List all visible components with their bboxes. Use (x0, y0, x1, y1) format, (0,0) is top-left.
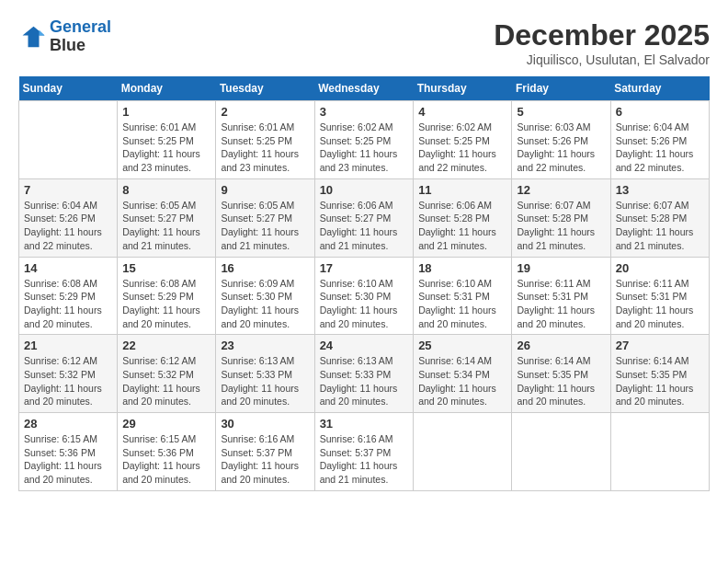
calendar-cell: 25Sunrise: 6:14 AMSunset: 5:34 PMDayligh… (414, 335, 512, 413)
day-number: 26 (517, 339, 605, 352)
calendar-cell: 31Sunrise: 6:16 AMSunset: 5:37 PMDayligh… (314, 413, 414, 491)
weekday-header-friday: Friday (512, 76, 610, 101)
day-info: Sunrise: 6:09 AMSunset: 5:30 PMDaylight:… (221, 277, 309, 331)
location: Jiquilisco, Usulutan, El Salvador (494, 52, 710, 67)
day-number: 20 (616, 261, 704, 275)
day-info: Sunrise: 6:14 AMSunset: 5:35 PMDaylight:… (616, 354, 704, 408)
day-info: Sunrise: 6:13 AMSunset: 5:33 PMDaylight:… (221, 354, 309, 408)
day-number: 16 (221, 261, 309, 275)
day-info: Sunrise: 6:14 AMSunset: 5:35 PMDaylight:… (517, 354, 605, 408)
calendar-cell: 7Sunrise: 6:04 AMSunset: 5:26 PMDaylight… (19, 178, 118, 257)
day-info: Sunrise: 6:02 AMSunset: 5:25 PMDaylight:… (418, 121, 506, 175)
calendar-cell: 30Sunrise: 6:16 AMSunset: 5:37 PMDayligh… (216, 413, 314, 491)
logo-text: GeneralBlue (50, 18, 111, 55)
day-number: 19 (517, 261, 605, 275)
month-title: December 2025 (494, 18, 710, 52)
day-number: 12 (517, 183, 605, 197)
day-info: Sunrise: 6:15 AMSunset: 5:36 PMDaylight:… (122, 432, 210, 487)
day-number: 13 (616, 183, 704, 197)
day-number: 21 (24, 339, 112, 352)
day-info: Sunrise: 6:14 AMSunset: 5:34 PMDaylight:… (418, 354, 506, 408)
day-number: 3 (320, 105, 409, 119)
day-info: Sunrise: 6:07 AMSunset: 5:28 PMDaylight:… (517, 199, 605, 253)
day-number: 8 (122, 183, 210, 197)
day-info: Sunrise: 6:08 AMSunset: 5:29 PMDaylight:… (24, 277, 112, 331)
day-info: Sunrise: 6:05 AMSunset: 5:27 PMDaylight:… (122, 199, 210, 253)
calendar-cell: 17Sunrise: 6:10 AMSunset: 5:30 PMDayligh… (314, 257, 414, 335)
day-number: 29 (122, 417, 210, 431)
calendar-week-3: 14Sunrise: 6:08 AMSunset: 5:29 PMDayligh… (19, 257, 710, 335)
calendar-cell: 8Sunrise: 6:05 AMSunset: 5:27 PMDaylight… (118, 178, 216, 257)
calendar-cell: 21Sunrise: 6:12 AMSunset: 5:32 PMDayligh… (19, 335, 118, 413)
day-number: 11 (418, 183, 506, 197)
calendar-cell: 13Sunrise: 6:07 AMSunset: 5:28 PMDayligh… (610, 178, 709, 257)
day-number: 5 (517, 105, 605, 119)
calendar-cell: 18Sunrise: 6:10 AMSunset: 5:31 PMDayligh… (414, 257, 512, 335)
page-header: GeneralBlue December 2025 Jiquilisco, Us… (18, 18, 710, 67)
calendar-body: 1Sunrise: 6:01 AMSunset: 5:25 PMDaylight… (19, 101, 710, 491)
calendar-cell (512, 413, 610, 491)
calendar-cell: 3Sunrise: 6:02 AMSunset: 5:25 PMDaylight… (314, 101, 414, 179)
calendar-week-2: 7Sunrise: 6:04 AMSunset: 5:26 PMDaylight… (19, 178, 710, 257)
day-info: Sunrise: 6:04 AMSunset: 5:26 PMDaylight:… (24, 199, 112, 253)
day-number: 2 (221, 105, 309, 119)
calendar-cell: 11Sunrise: 6:06 AMSunset: 5:28 PMDayligh… (414, 178, 512, 257)
calendar-cell: 14Sunrise: 6:08 AMSunset: 5:29 PMDayligh… (19, 257, 118, 335)
calendar-week-1: 1Sunrise: 6:01 AMSunset: 5:25 PMDaylight… (19, 101, 710, 179)
day-info: Sunrise: 6:10 AMSunset: 5:31 PMDaylight:… (418, 277, 506, 331)
logo: GeneralBlue (18, 18, 111, 55)
day-number: 7 (24, 183, 112, 197)
day-number: 31 (320, 417, 409, 431)
calendar-cell: 15Sunrise: 6:08 AMSunset: 5:29 PMDayligh… (118, 257, 216, 335)
day-info: Sunrise: 6:06 AMSunset: 5:27 PMDaylight:… (320, 199, 409, 253)
day-info: Sunrise: 6:05 AMSunset: 5:27 PMDaylight:… (221, 199, 309, 253)
calendar-cell: 5Sunrise: 6:03 AMSunset: 5:26 PMDaylight… (512, 101, 610, 179)
weekday-header-saturday: Saturday (610, 76, 709, 101)
day-info: Sunrise: 6:15 AMSunset: 5:36 PMDaylight:… (24, 432, 112, 487)
calendar-cell: 23Sunrise: 6:13 AMSunset: 5:33 PMDayligh… (216, 335, 314, 413)
day-info: Sunrise: 6:02 AMSunset: 5:25 PMDaylight:… (320, 121, 409, 175)
weekday-header-sunday: Sunday (19, 76, 118, 101)
calendar-table: SundayMondayTuesdayWednesdayThursdayFrid… (18, 76, 710, 491)
calendar-cell: 26Sunrise: 6:14 AMSunset: 5:35 PMDayligh… (512, 335, 610, 413)
day-info: Sunrise: 6:11 AMSunset: 5:31 PMDaylight:… (517, 277, 605, 331)
day-number: 23 (221, 339, 309, 352)
weekday-header-thursday: Thursday (414, 76, 512, 101)
calendar-cell: 16Sunrise: 6:09 AMSunset: 5:30 PMDayligh… (216, 257, 314, 335)
day-number: 22 (122, 339, 210, 352)
calendar-week-5: 28Sunrise: 6:15 AMSunset: 5:36 PMDayligh… (19, 413, 710, 491)
calendar-cell: 29Sunrise: 6:15 AMSunset: 5:36 PMDayligh… (118, 413, 216, 491)
day-info: Sunrise: 6:06 AMSunset: 5:28 PMDaylight:… (418, 199, 506, 253)
day-number: 18 (418, 261, 506, 275)
day-number: 4 (418, 105, 506, 119)
day-info: Sunrise: 6:16 AMSunset: 5:37 PMDaylight:… (320, 432, 409, 487)
title-block: December 2025 Jiquilisco, Usulutan, El S… (494, 18, 710, 67)
day-number: 15 (122, 261, 210, 275)
calendar-cell (19, 101, 118, 179)
weekday-header-wednesday: Wednesday (314, 76, 414, 101)
calendar-cell (414, 413, 512, 491)
day-info: Sunrise: 6:12 AMSunset: 5:32 PMDaylight:… (24, 354, 112, 408)
day-info: Sunrise: 6:01 AMSunset: 5:25 PMDaylight:… (122, 121, 210, 175)
day-number: 25 (418, 339, 506, 352)
calendar-cell: 27Sunrise: 6:14 AMSunset: 5:35 PMDayligh… (610, 335, 709, 413)
day-number: 17 (320, 261, 409, 275)
calendar-cell: 4Sunrise: 6:02 AMSunset: 5:25 PMDaylight… (414, 101, 512, 179)
calendar-cell: 6Sunrise: 6:04 AMSunset: 5:26 PMDaylight… (610, 101, 709, 179)
calendar-cell: 2Sunrise: 6:01 AMSunset: 5:25 PMDaylight… (216, 101, 314, 179)
calendar-cell: 10Sunrise: 6:06 AMSunset: 5:27 PMDayligh… (314, 178, 414, 257)
day-info: Sunrise: 6:10 AMSunset: 5:30 PMDaylight:… (320, 277, 409, 331)
weekday-header-monday: Monday (118, 76, 216, 101)
day-number: 14 (24, 261, 112, 275)
day-info: Sunrise: 6:03 AMSunset: 5:26 PMDaylight:… (517, 121, 605, 175)
day-number: 6 (616, 105, 704, 119)
calendar-cell: 22Sunrise: 6:12 AMSunset: 5:32 PMDayligh… (118, 335, 216, 413)
day-number: 24 (320, 339, 409, 352)
day-number: 1 (122, 105, 210, 119)
logo-icon (18, 23, 46, 51)
day-info: Sunrise: 6:07 AMSunset: 5:28 PMDaylight:… (616, 199, 704, 253)
weekday-header-tuesday: Tuesday (216, 76, 314, 101)
day-number: 30 (221, 417, 309, 431)
day-info: Sunrise: 6:08 AMSunset: 5:29 PMDaylight:… (122, 277, 210, 331)
calendar-cell: 9Sunrise: 6:05 AMSunset: 5:27 PMDaylight… (216, 178, 314, 257)
